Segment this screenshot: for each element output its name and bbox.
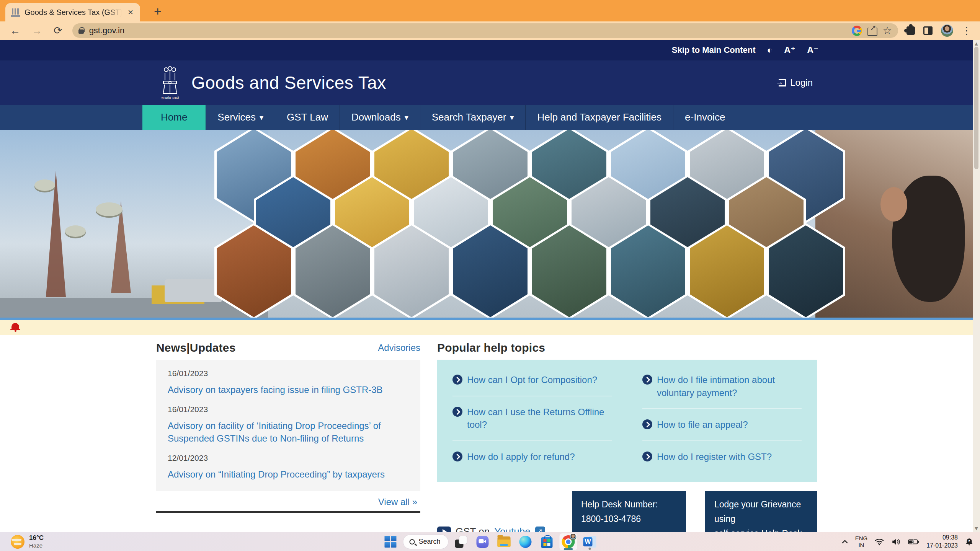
task-view-button[interactable] bbox=[452, 533, 470, 550]
notification-bell-dnd-icon[interactable]: z bbox=[965, 538, 974, 546]
news-ticker-strip bbox=[0, 320, 980, 335]
reload-icon[interactable]: ⟳ bbox=[49, 26, 67, 36]
main-navigation: Home Services GST Law Downloads Search T… bbox=[0, 105, 980, 130]
volume-icon[interactable] bbox=[891, 538, 901, 546]
help-topic-item[interactable]: How do I register with GST? bbox=[642, 441, 802, 473]
windows-taskbar: 16°C Haze Search bbox=[0, 532, 980, 551]
file-explorer-button[interactable] bbox=[495, 533, 513, 550]
skip-to-main-content-link[interactable]: Skip to Main Content bbox=[672, 45, 756, 55]
nav-item[interactable]: Downloads bbox=[340, 105, 420, 130]
tab-close-icon[interactable]: × bbox=[126, 7, 135, 18]
wifi-icon[interactable] bbox=[874, 538, 884, 546]
time-text: 09:38 bbox=[926, 534, 958, 542]
news-item: 12/01/2023 Advisory on “Initiating Drop … bbox=[168, 453, 409, 481]
help-topic-link[interactable]: How do I apply for refund? bbox=[467, 450, 575, 463]
nav-item[interactable]: Help and Taxpayer Facilities bbox=[525, 105, 673, 130]
weather-haze-icon bbox=[11, 535, 24, 549]
start-button[interactable] bbox=[381, 533, 399, 550]
google-logo-icon[interactable] bbox=[852, 26, 862, 36]
file-explorer-icon bbox=[498, 536, 511, 547]
news-item: 16/01/2023 Advisory on taxpayers facing … bbox=[168, 369, 409, 396]
scroll-up-icon[interactable]: ▲ bbox=[974, 41, 979, 46]
language-line2: IN bbox=[855, 542, 868, 549]
help-topic-item[interactable]: How can I Opt for Composition? bbox=[452, 364, 612, 396]
news-section: News|Updates Advisories 16/01/2023 Advis… bbox=[156, 338, 420, 551]
arrow-circle-right-icon bbox=[452, 375, 462, 385]
chrome-button-active[interactable] bbox=[560, 533, 577, 550]
weather-temp: 16°C bbox=[29, 534, 44, 542]
weather-condition: Haze bbox=[29, 542, 44, 549]
help-topic-link[interactable]: How to file an appeal? bbox=[657, 418, 748, 431]
tray-chevron-up-icon[interactable] bbox=[841, 540, 848, 544]
bookmark-star-icon[interactable]: ☆ bbox=[883, 26, 892, 36]
weather-widget[interactable]: 16°C Haze bbox=[8, 532, 47, 551]
sign-in-icon bbox=[779, 79, 786, 86]
font-increase-button[interactable]: A⁺ bbox=[784, 45, 795, 55]
browser-tab-strip: Goods & Services Tax (GST) | Hon × + bbox=[0, 0, 980, 21]
news-item-link[interactable]: Advisory on “Initiating Drop Proceeding”… bbox=[168, 468, 409, 481]
india-emblem-icon: सत्यमेव जयते bbox=[161, 65, 179, 100]
chat-button[interactable] bbox=[474, 533, 492, 550]
url-text[interactable]: gst.gov.in bbox=[89, 26, 846, 36]
browser-menu-icon[interactable]: ⋮ bbox=[959, 25, 975, 37]
microsoft-store-button[interactable] bbox=[538, 533, 556, 550]
tab-favicon-emblem-icon bbox=[11, 8, 20, 17]
help-topics-box: How can I Opt for Composition? How can I… bbox=[437, 360, 817, 482]
word-button[interactable]: W bbox=[581, 533, 599, 550]
news-item-date: 16/01/2023 bbox=[168, 405, 409, 414]
taskbar-search[interactable]: Search bbox=[403, 535, 448, 549]
extensions-icon[interactable] bbox=[906, 26, 915, 35]
back-icon[interactable]: ← bbox=[5, 26, 25, 36]
profile-avatar[interactable] bbox=[941, 24, 953, 37]
news-item-link[interactable]: Advisory on facility of ‘Initiating Drop… bbox=[168, 419, 409, 445]
nav-item[interactable]: Services bbox=[206, 105, 275, 130]
language-indicator[interactable]: ENG IN bbox=[855, 535, 868, 549]
battery-charging-icon[interactable] bbox=[908, 539, 920, 545]
news-item-date: 12/01/2023 bbox=[168, 453, 409, 463]
site-masthead: सत्यमेव जयते Goods and Services Tax Logi… bbox=[0, 60, 980, 105]
help-topic-link[interactable]: How can I use the Returns Offline tool? bbox=[467, 406, 612, 431]
scroll-down-icon[interactable]: ▼ bbox=[974, 526, 979, 531]
nav-item[interactable]: GST Law bbox=[275, 105, 340, 130]
share-icon[interactable] bbox=[867, 28, 877, 36]
login-label: Login bbox=[790, 77, 813, 88]
help-topic-link[interactable]: How do I register with GST? bbox=[657, 450, 772, 463]
lock-icon bbox=[78, 29, 84, 34]
help-topic-item[interactable]: How to file an appeal? bbox=[642, 409, 802, 441]
scrollbar-thumb[interactable] bbox=[974, 47, 978, 169]
forward-icon: → bbox=[27, 26, 47, 36]
help-topic-link[interactable]: How do I file intimation about voluntary… bbox=[657, 373, 802, 399]
news-item-link[interactable]: Advisory on taxpayers facing issue in fi… bbox=[168, 383, 409, 396]
date-text: 17-01-2023 bbox=[926, 542, 958, 550]
browser-tab[interactable]: Goods & Services Tax (GST) | Hon × bbox=[5, 3, 140, 21]
nav-item[interactable]: Search Taxpayer bbox=[420, 105, 526, 130]
help-topic-item[interactable]: How can I use the Returns Offline tool? bbox=[452, 396, 612, 441]
news-item: 16/01/2023 Advisory on facility of ‘Init… bbox=[168, 405, 409, 445]
side-panel-icon[interactable] bbox=[923, 26, 933, 35]
help-topics-heading: Popular help topics bbox=[437, 341, 545, 354]
grievance-line1: Lodge your Grievance using bbox=[714, 497, 808, 527]
font-decrease-button[interactable]: A⁻ bbox=[807, 45, 818, 55]
help-topic-item[interactable]: How do I apply for refund? bbox=[452, 441, 612, 473]
help-topics-section: Popular help topics How can I Opt for Co… bbox=[437, 338, 817, 551]
emblem-caption: सत्यमेव जयते bbox=[161, 96, 179, 100]
edge-button[interactable] bbox=[517, 533, 534, 550]
running-app-indicator bbox=[589, 548, 591, 550]
address-bar[interactable]: gst.gov.in ☆ bbox=[72, 23, 898, 38]
login-button[interactable]: Login bbox=[779, 77, 813, 88]
help-topic-link[interactable]: How can I Opt for Composition? bbox=[467, 373, 597, 386]
word-icon: W bbox=[583, 536, 596, 548]
advisories-link[interactable]: Advisories bbox=[378, 342, 420, 353]
nav-item[interactable]: Home bbox=[142, 105, 206, 130]
clock-widget[interactable]: 09:38 17-01-2023 bbox=[926, 534, 958, 550]
view-all-link[interactable]: View all » bbox=[378, 497, 417, 507]
news-list: 16/01/2023 Advisory on taxpayers facing … bbox=[156, 360, 420, 491]
new-tab-button[interactable]: + bbox=[150, 5, 165, 18]
help-topic-item[interactable]: How do I file intimation about voluntary… bbox=[642, 364, 802, 409]
page-scrollbar[interactable]: ▲ ▼ bbox=[973, 40, 980, 532]
arrow-circle-right-icon bbox=[642, 419, 652, 429]
svg-text:z: z bbox=[969, 539, 970, 543]
language-line1: ENG bbox=[855, 535, 868, 542]
contrast-toggle-icon[interactable]: ◐ bbox=[767, 45, 773, 55]
nav-item[interactable]: e-Invoice bbox=[673, 105, 737, 130]
